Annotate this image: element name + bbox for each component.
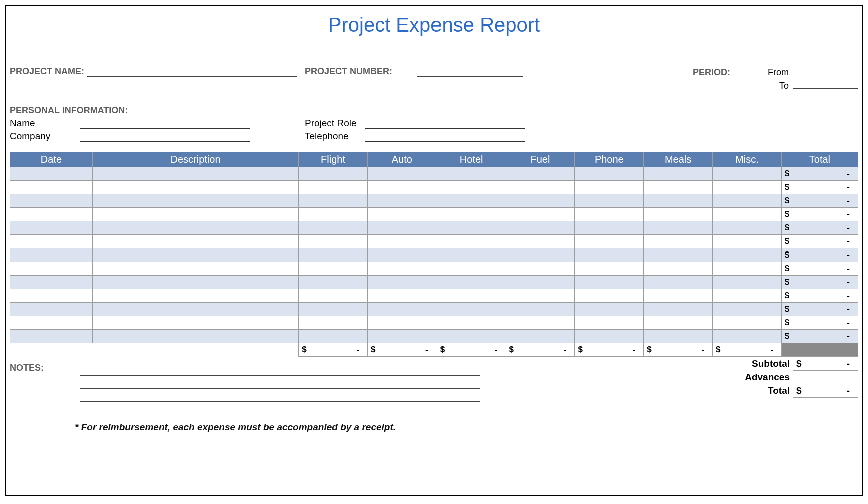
expense-cell[interactable] bbox=[10, 276, 93, 289]
notes-line-3[interactable] bbox=[80, 389, 480, 402]
expense-cell[interactable] bbox=[299, 316, 368, 330]
expense-cell[interactable] bbox=[92, 289, 298, 303]
expense-cell[interactable] bbox=[713, 194, 782, 208]
expense-cell[interactable] bbox=[437, 167, 506, 181]
expense-cell[interactable] bbox=[437, 235, 506, 248]
expense-cell[interactable] bbox=[367, 289, 437, 303]
expense-cell[interactable] bbox=[299, 208, 368, 221]
expense-cell[interactable] bbox=[10, 316, 93, 330]
expense-cell[interactable] bbox=[10, 194, 93, 208]
expense-cell[interactable] bbox=[575, 330, 644, 343]
expense-cell[interactable] bbox=[713, 276, 782, 289]
expense-cell[interactable] bbox=[506, 316, 575, 330]
expense-cell[interactable] bbox=[713, 289, 782, 303]
expense-cell[interactable] bbox=[299, 167, 368, 181]
expense-cell[interactable] bbox=[713, 181, 782, 194]
expense-cell[interactable] bbox=[437, 303, 506, 316]
expense-cell[interactable] bbox=[644, 235, 713, 248]
expense-cell[interactable] bbox=[506, 330, 575, 343]
expense-cell[interactable] bbox=[713, 303, 782, 316]
expense-cell[interactable] bbox=[299, 194, 368, 208]
expense-cell[interactable] bbox=[575, 262, 644, 276]
expense-cell[interactable] bbox=[506, 167, 575, 181]
expense-cell[interactable] bbox=[10, 221, 93, 235]
telephone-input[interactable] bbox=[365, 141, 525, 142]
expense-cell[interactable] bbox=[367, 262, 437, 276]
expense-cell[interactable] bbox=[713, 316, 782, 330]
expense-cell[interactable] bbox=[437, 221, 506, 235]
expense-cell[interactable] bbox=[644, 181, 713, 194]
expense-cell[interactable] bbox=[437, 208, 506, 221]
expense-cell[interactable] bbox=[367, 330, 437, 343]
expense-cell[interactable] bbox=[367, 248, 437, 262]
expense-cell[interactable] bbox=[92, 316, 298, 330]
expense-cell[interactable] bbox=[10, 289, 93, 303]
expense-cell[interactable] bbox=[367, 303, 437, 316]
expense-cell[interactable] bbox=[506, 235, 575, 248]
expense-cell[interactable] bbox=[713, 248, 782, 262]
expense-cell[interactable] bbox=[92, 167, 298, 181]
expense-cell[interactable] bbox=[575, 289, 644, 303]
expense-cell[interactable] bbox=[644, 167, 713, 181]
expense-cell[interactable] bbox=[10, 303, 93, 316]
expense-cell[interactable] bbox=[575, 235, 644, 248]
expense-cell[interactable] bbox=[506, 221, 575, 235]
expense-cell[interactable] bbox=[644, 221, 713, 235]
expense-cell[interactable] bbox=[644, 208, 713, 221]
expense-cell[interactable] bbox=[506, 248, 575, 262]
expense-cell[interactable] bbox=[713, 167, 782, 181]
expense-cell[interactable] bbox=[367, 194, 437, 208]
expense-cell[interactable] bbox=[10, 181, 93, 194]
expense-cell[interactable] bbox=[367, 221, 437, 235]
expense-cell[interactable] bbox=[92, 330, 298, 343]
expense-cell[interactable] bbox=[367, 316, 437, 330]
expense-cell[interactable] bbox=[644, 262, 713, 276]
expense-cell[interactable] bbox=[644, 194, 713, 208]
expense-cell[interactable] bbox=[575, 303, 644, 316]
from-input[interactable] bbox=[793, 66, 858, 75]
expense-cell[interactable] bbox=[299, 330, 368, 343]
expense-cell[interactable] bbox=[437, 194, 506, 208]
expense-cell[interactable] bbox=[506, 289, 575, 303]
expense-cell[interactable] bbox=[299, 289, 368, 303]
expense-cell[interactable] bbox=[92, 194, 298, 208]
expense-cell[interactable] bbox=[437, 262, 506, 276]
expense-cell[interactable] bbox=[299, 276, 368, 289]
expense-cell[interactable] bbox=[575, 181, 644, 194]
project-name-input[interactable] bbox=[87, 68, 297, 77]
expense-cell[interactable] bbox=[575, 167, 644, 181]
name-input[interactable] bbox=[80, 128, 250, 129]
expense-cell[interactable] bbox=[575, 208, 644, 221]
expense-cell[interactable] bbox=[644, 330, 713, 343]
expense-cell[interactable] bbox=[575, 194, 644, 208]
expense-cell[interactable] bbox=[506, 181, 575, 194]
expense-cell[interactable] bbox=[713, 235, 782, 248]
expense-cell[interactable] bbox=[644, 289, 713, 303]
expense-cell[interactable] bbox=[10, 235, 93, 248]
expense-cell[interactable] bbox=[92, 262, 298, 276]
expense-cell[interactable] bbox=[10, 208, 93, 221]
expense-cell[interactable] bbox=[367, 167, 437, 181]
expense-cell[interactable] bbox=[506, 262, 575, 276]
expense-cell[interactable] bbox=[10, 248, 93, 262]
expense-cell[interactable] bbox=[644, 316, 713, 330]
project-role-input[interactable] bbox=[365, 128, 525, 129]
expense-cell[interactable] bbox=[367, 235, 437, 248]
expense-cell[interactable] bbox=[299, 262, 368, 276]
expense-cell[interactable] bbox=[10, 330, 93, 343]
notes-line-1[interactable] bbox=[80, 363, 480, 376]
expense-cell[interactable] bbox=[367, 276, 437, 289]
company-input[interactable] bbox=[80, 141, 250, 142]
expense-cell[interactable] bbox=[713, 262, 782, 276]
expense-cell[interactable] bbox=[92, 208, 298, 221]
expense-cell[interactable] bbox=[299, 248, 368, 262]
expense-cell[interactable] bbox=[575, 316, 644, 330]
expense-cell[interactable] bbox=[437, 181, 506, 194]
expense-cell[interactable] bbox=[644, 276, 713, 289]
expense-cell[interactable] bbox=[575, 248, 644, 262]
expense-cell[interactable] bbox=[506, 208, 575, 221]
expense-cell[interactable] bbox=[644, 248, 713, 262]
expense-cell[interactable] bbox=[92, 181, 298, 194]
expense-cell[interactable] bbox=[437, 276, 506, 289]
expense-cell[interactable] bbox=[506, 194, 575, 208]
